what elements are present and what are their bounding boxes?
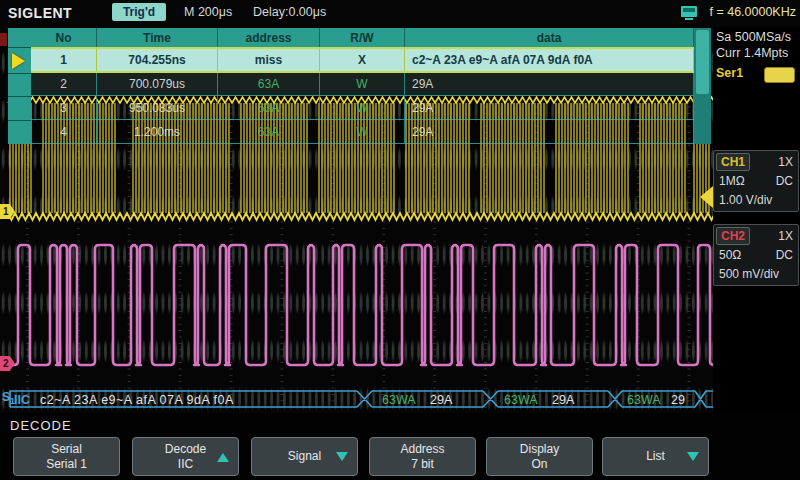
cell-data: c2~A 23A e9~A afA 07A 9dA f0A xyxy=(405,49,694,71)
svg-text:63WA: 63WA xyxy=(382,393,416,407)
selected-row-arrow-icon xyxy=(12,53,25,69)
svg-text:29A: 29A xyxy=(552,393,575,407)
top-status-bar: SIGLENT Trig'd M 200μs Delay:0.00μs f = … xyxy=(0,0,800,27)
cell-time: 704.255ns xyxy=(97,49,218,71)
cell-time: 700.079us xyxy=(97,73,218,95)
table-row[interactable]: 4 1.200ms 63A W 29A xyxy=(31,120,694,144)
svg-text:29: 29 xyxy=(671,393,685,407)
delay-readout: Delay:0.00μs xyxy=(253,5,326,19)
serial-button[interactable]: Serial Serial 1 xyxy=(13,437,120,476)
trigger-level-arrow-icon xyxy=(700,186,713,208)
cell-rw: X xyxy=(320,49,405,71)
table-row[interactable]: 3 950.083us 63A W 29A xyxy=(31,96,694,120)
cell-no: 1 xyxy=(31,49,97,71)
ch2-scale: 500 mV/div xyxy=(719,267,779,281)
memory-depth-readout: Curr 1.4Mpts xyxy=(716,46,788,60)
table-header-row: No Time address R/W data xyxy=(31,28,694,47)
trigger-status-badge: Trig'd xyxy=(112,3,166,21)
col-header-rw: R/W xyxy=(320,28,405,47)
cell-no: 3 xyxy=(31,96,97,119)
waveform-grid-area: IICc2~A 23A e9~A afA 07A 9dA f0A63WA29A6… xyxy=(0,27,714,414)
table-row[interactable]: 2 700.079us 63A W 29A xyxy=(31,73,694,96)
cell-rw: W xyxy=(320,120,405,143)
cell-address: 63A xyxy=(218,120,320,143)
cell-data: 29A xyxy=(405,120,694,143)
serial1-label: Ser1 xyxy=(716,66,743,80)
scrollbar-thumb[interactable] xyxy=(696,30,709,94)
display-button[interactable]: Display On xyxy=(486,437,593,476)
ch1-probe: 1X xyxy=(778,155,793,169)
cell-address: 63A xyxy=(218,73,320,95)
ch1-info-box[interactable]: CH1 1X 1MΩ DC 1.00 V/div xyxy=(713,150,799,212)
svg-text:63WA: 63WA xyxy=(504,393,538,407)
frequency-counter: f = 46.0000KHz xyxy=(709,5,796,19)
ch2-coupling: DC xyxy=(776,248,793,262)
timebase-readout: M 200μs xyxy=(184,5,232,19)
ch2-info-box[interactable]: CH2 1X 50Ω DC 500 mV/div xyxy=(713,224,799,286)
col-header-no: No xyxy=(31,28,97,47)
cell-time: 1.200ms xyxy=(97,120,218,143)
cell-rw: W xyxy=(320,73,405,95)
menu-title: DECODE xyxy=(10,418,72,433)
svg-text:c2~A 23A e9~A afA 07A 9dA f0A: c2~A 23A e9~A afA 07A 9dA f0A xyxy=(40,393,234,407)
table-scrollbar[interactable] xyxy=(694,28,711,144)
ch1-scale: 1.00 V/div xyxy=(719,193,772,207)
down-arrow-icon xyxy=(336,452,348,461)
list-button[interactable]: List xyxy=(602,437,709,476)
table-row-selected[interactable]: 1 704.255ns miss X c2~A 23A e9~A afA 07A… xyxy=(31,47,694,73)
cell-no: 4 xyxy=(31,120,97,143)
cell-no: 2 xyxy=(31,73,97,95)
ch1-impedance: 1MΩ xyxy=(719,174,745,188)
decode-button[interactable]: Decode IIC xyxy=(132,437,239,476)
cell-data: 29A xyxy=(405,73,694,95)
cell-data: 29A xyxy=(405,96,694,119)
svg-text:IIC: IIC xyxy=(14,393,30,407)
serial1-activity-box xyxy=(764,67,795,83)
oscilloscope-screen: SIGLENT Trig'd M 200μs Delay:0.00μs f = … xyxy=(0,0,800,480)
cell-address: miss xyxy=(218,49,320,71)
left-edge-marker xyxy=(0,33,7,46)
serial-bus-label: S1 xyxy=(2,390,15,406)
ch2-badge: CH2 xyxy=(716,227,750,245)
col-header-time: Time xyxy=(97,28,218,47)
col-header-data: data xyxy=(405,28,694,47)
ch1-coupling: DC xyxy=(776,174,793,188)
address-button[interactable]: Address 7 bit xyxy=(369,437,476,476)
ch2-impedance: 50Ω xyxy=(719,248,741,262)
table-pointer-column xyxy=(8,28,31,144)
display-icon xyxy=(681,6,697,17)
brand-logo: SIGLENT xyxy=(8,5,72,21)
up-arrow-icon xyxy=(217,453,229,462)
svg-text:63WA: 63WA xyxy=(627,393,661,407)
decode-list-table: No Time address R/W data 1 704.255ns mis… xyxy=(8,28,711,144)
bottom-menu-bar: DECODE Serial Serial 1 Decode IIC Signal… xyxy=(0,413,800,480)
signal-button[interactable]: Signal xyxy=(251,437,358,476)
cell-time: 950.083us xyxy=(97,96,218,119)
right-sidebar: Sa 500MSa/s Curr 1.4Mpts Ser1 CH1 1X 1MΩ… xyxy=(713,27,800,413)
sample-rate-readout: Sa 500MSa/s xyxy=(716,30,791,44)
col-header-address: address xyxy=(218,28,320,47)
ch2-probe: 1X xyxy=(778,229,793,243)
cell-rw: W xyxy=(320,96,405,119)
down-arrow-icon xyxy=(687,452,699,461)
ch1-badge: CH1 xyxy=(716,153,750,171)
svg-text:29A: 29A xyxy=(430,393,453,407)
cell-address: 63A xyxy=(218,96,320,119)
